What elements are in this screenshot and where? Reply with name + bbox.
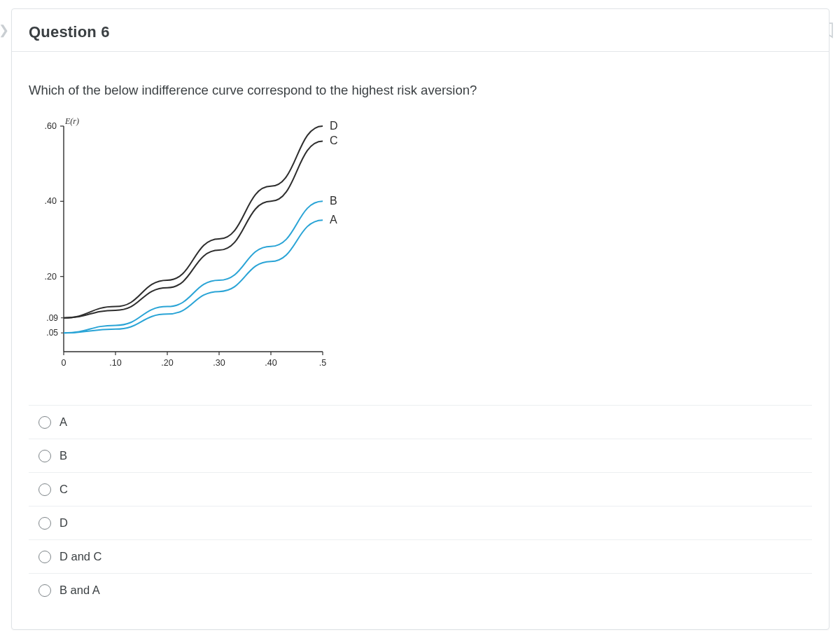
svg-text:.10: .10 [109,358,121,368]
svg-text:.30: .30 [213,358,225,368]
radio-icon[interactable] [38,584,51,597]
svg-text:.09: .09 [46,313,58,323]
question-title: Question 6 [29,23,812,41]
svg-text:C: C [330,135,338,146]
option-label: B [59,449,67,462]
option-row[interactable]: D [29,506,812,539]
svg-text:.60: .60 [45,121,57,131]
radio-icon[interactable] [38,416,51,429]
svg-text:D: D [330,120,338,132]
svg-text:.40: .40 [265,358,276,368]
chart-figure: E(r).20.40.60.05.090.10.20.30.40.5ABCD [29,113,348,384]
question-prompt: Which of the below indifference curve co… [29,83,812,98]
svg-text:0: 0 [62,358,66,368]
question-card: Question 6 Which of the below indifferen… [11,8,830,630]
svg-text:E(r): E(r) [64,116,79,126]
option-label: A [59,415,67,429]
chevron-right-icon: ❯ [0,22,9,38]
svg-text:.20: .20 [161,358,173,368]
option-label: D and C [59,550,102,563]
radio-icon[interactable] [38,517,51,530]
option-row[interactable]: C [29,472,812,506]
option-label: B and A [59,584,100,597]
question-header: Question 6 [12,9,829,52]
radio-icon[interactable] [38,551,51,563]
option-row[interactable]: B [29,439,812,472]
radio-icon[interactable] [38,483,51,496]
svg-text:.20: .20 [45,272,57,282]
svg-text:B: B [330,195,337,207]
option-row[interactable]: A [29,405,812,439]
svg-text:.40: .40 [45,196,57,206]
option-label: D [59,516,68,530]
svg-text:.5: .5 [319,358,326,368]
svg-text:.05: .05 [46,328,58,338]
answer-options: A B C D D and C [29,405,812,607]
option-row[interactable]: D and C [29,539,812,573]
radio-icon[interactable] [38,450,51,462]
option-row[interactable]: B and A [29,573,812,607]
svg-text:A: A [330,214,337,226]
option-label: C [59,483,68,496]
